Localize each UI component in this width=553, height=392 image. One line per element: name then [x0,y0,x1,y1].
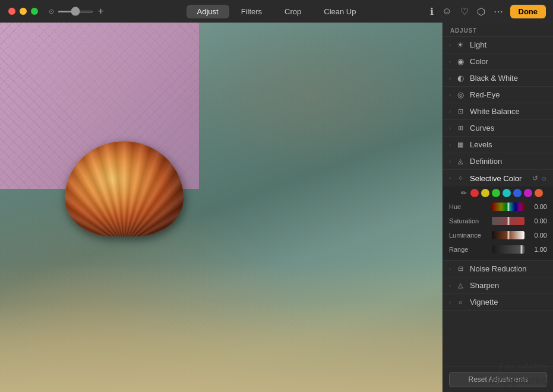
swatch-yellow[interactable] [481,189,489,197]
color-swatches-row: ✏ [443,186,553,200]
window-controls [0,8,46,15]
nav-tabs: Adjust Filters Crop Clean Up [187,5,367,18]
adjust-item-noise-reduction[interactable]: › ⊟ Noise Reduction [443,261,553,277]
sc-label: Selective Color [470,174,527,183]
redeye-label: Red-Eye [470,90,547,99]
tab-filters[interactable]: Filters [230,5,273,18]
panel-scroll-area[interactable]: › ☀ Light › ◉ Color › ◐ Black & White › … [443,37,553,366]
wb-icon: ⊡ [456,108,465,115]
share-button[interactable]: ⬡ [476,5,486,18]
tab-cleanup[interactable]: Clean Up [313,5,366,18]
redeye-icon: ◎ [456,90,465,99]
adjust-item-definition[interactable]: › ◬ Definition [443,153,553,170]
tab-adjust[interactable]: Adjust [187,5,229,18]
titlebar: ⊙ + Adjust Filters Crop Clean Up ℹ ☺ ♡ ⬡… [0,0,553,23]
shell-ribs [65,141,184,236]
adjust-item-white-balance[interactable]: › ⊡ White Balance [443,103,553,120]
sc-icon: ⁘ [456,175,465,182]
adjust-item-selective-color[interactable]: › ⁘ Selective Color ↺ ○ [443,170,553,186]
minimize-button[interactable] [20,8,27,15]
saturation-label: Saturation [449,217,489,225]
photo-sand-layer [0,263,443,392]
light-label: Light [470,40,547,49]
heart-button[interactable]: ♡ [459,5,470,18]
hue-indicator [507,203,509,211]
add-button[interactable]: + [97,7,105,16]
curves-icon: ⊞ [456,124,465,132]
definition-icon: ◬ [456,157,465,165]
tab-crop[interactable]: Crop [274,5,312,18]
swatch-red[interactable] [470,189,479,197]
titlebar-right-actions: ℹ ☺ ♡ ⬡ ⋯ Done [429,5,546,18]
bw-icon: ◐ [456,74,465,83]
swatch-green[interactable] [492,189,500,197]
swatch-cyan[interactable] [503,189,511,197]
color-label: Color [470,57,547,66]
redeye-chevron-icon: › [449,92,451,98]
photo-canvas [0,23,443,392]
wb-label: White Balance [470,107,547,116]
light-chevron-icon: › [449,42,451,48]
adjust-item-black-white[interactable]: › ◐ Black & White [443,70,553,87]
bw-chevron-icon: › [449,75,451,81]
adjust-item-curves[interactable]: › ⊞ Curves [443,120,553,137]
swatch-orange[interactable] [535,189,543,197]
emoji-button[interactable]: ☺ [441,5,453,18]
sc-reset-button[interactable]: ↺ [532,174,539,182]
sc-actions: ↺ ○ [532,173,547,183]
adjust-item-sharpen[interactable]: › △ Sharpen [443,277,553,294]
sharpen-icon: △ [456,282,465,289]
vignette-icon: ○ [456,299,465,306]
panel-header: ADJUST [443,23,553,37]
curves-chevron-icon: › [449,125,451,131]
luminance-value: 0.00 [527,232,547,239]
sharpen-chevron-icon: › [449,283,451,289]
done-button[interactable]: Done [510,5,546,18]
saturation-slider-bar[interactable] [492,217,524,225]
hue-slider-bar[interactable] [492,203,524,211]
range-slider-row: Range 1.00 [443,242,553,257]
hue-label: Hue [449,203,489,210]
sc-add-button[interactable]: ○ [541,173,547,183]
nr-icon: ⊟ [456,265,465,273]
saturation-slider-row: Saturation 0.00 [443,214,553,228]
adjust-item-levels[interactable]: › ▦ Levels [443,137,553,153]
vignette-chevron-icon: › [449,299,451,305]
levels-icon: ▦ [456,141,465,148]
bw-label: Black & White [470,74,547,83]
more-button[interactable]: ⋯ [492,5,504,18]
swatch-magenta[interactable] [524,189,532,197]
adjust-item-light[interactable]: › ☀ Light [443,37,553,53]
vignette-label: Vignette [470,298,547,306]
luminance-indicator [507,231,509,239]
adjust-item-vignette[interactable]: › ○ Vignette [443,294,553,311]
adjust-item-red-eye[interactable]: › ◎ Red-Eye [443,87,553,103]
caption-line1: Før selektiv [491,361,548,374]
swatch-blue[interactable] [513,189,522,197]
range-slider-bar[interactable] [492,245,524,254]
range-label: Range [449,246,489,253]
luminance-label: Luminance [449,232,489,239]
zoom-slider[interactable] [58,11,93,12]
slider-area: ⊙ + [46,7,105,16]
range-value: 1.00 [527,246,547,253]
color-icon: ◉ [456,57,465,66]
saturation-value: 0.00 [527,217,547,225]
maximize-button[interactable] [31,8,38,15]
photo-shell [65,141,184,236]
levels-chevron-icon: › [449,142,451,148]
selective-color-expanded: ✏ Hue 0.00 Saturation [443,186,553,261]
shell-body [65,141,184,236]
levels-label: Levels [470,140,547,149]
adjust-item-color[interactable]: › ◉ Color [443,53,553,70]
info-button[interactable]: ℹ [429,5,435,18]
sc-chevron-icon: › [447,178,453,179]
range-indicator [520,245,522,254]
swatch-pencil-button[interactable]: ✏ [460,189,468,197]
caption-line2: fargejustering [491,374,548,387]
hue-slider-row: Hue 0.00 [443,200,553,214]
close-button[interactable] [8,8,15,15]
light-icon: ☀ [456,40,465,49]
photo-area [0,23,443,392]
luminance-slider-bar[interactable] [492,231,524,239]
